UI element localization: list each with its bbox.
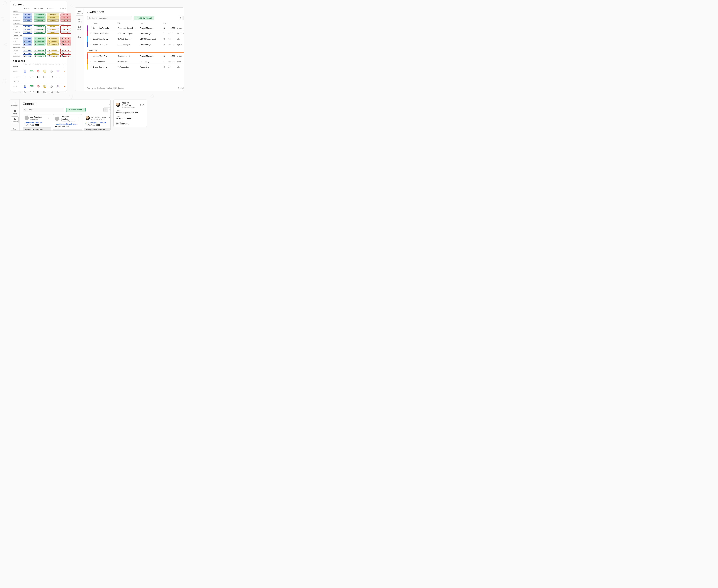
swimlane-row[interactable]: ⠿Jessica TeamflowerJr. UI/UX DesignerUI/… — [87, 31, 184, 36]
list-view-button[interactable] — [108, 108, 110, 112]
demo-button-danger[interactable]: DELETE — [60, 55, 71, 58]
demo-button-warning[interactable]: WARNING — [47, 43, 59, 45]
demo-button-warning[interactable]: WARNING — [47, 55, 59, 58]
demo-button-primary[interactable]: PRIMARY — [23, 43, 32, 45]
demo-button-primary[interactable]: PRIMARY — [23, 25, 32, 28]
demo-button-danger[interactable]: DELETE — [60, 43, 71, 45]
add-swimlane-button[interactable]: ADD SWIMLANE — [134, 16, 154, 20]
grid-view-button[interactable] — [178, 16, 183, 20]
demo-button-danger[interactable]: DELETE — [60, 49, 71, 52]
search-contacts[interactable] — [23, 108, 64, 112]
demo-button-primary[interactable]: PRIMARY — [23, 37, 32, 40]
plus-icon — [68, 109, 70, 111]
demo-button-warning[interactable]: WARNING — [47, 14, 59, 16]
rail-item-teams[interactable]: Teams — [11, 109, 19, 115]
demo-button-warning[interactable]: WARNING — [47, 19, 59, 22]
rail-item-orgs[interactable]: Orgs — [11, 124, 19, 131]
demo-button-secondary[interactable]: SECONDARY — [34, 55, 45, 58]
contact-card[interactable]: Samantha TeamflowPersonnel Specialist⋮sa… — [53, 114, 82, 131]
contact-email[interactable]: jessicaflow@teamflow.com — [86, 122, 110, 124]
swimlane-row[interactable]: ⠿Jared TeamflowerSr. Web DesignerUI/UX D… — [87, 36, 184, 42]
demo-button-danger[interactable]: DELETE — [60, 40, 71, 43]
demo-button-warning[interactable]: WARNING — [47, 52, 59, 55]
nodecol-queue: QUEUE — [55, 63, 61, 65]
demo-button-danger[interactable]: DELETE — [60, 16, 71, 19]
svg-point-3 — [79, 26, 79, 27]
search-swimlanes[interactable] — [87, 16, 132, 20]
rail-item-teams[interactable]: Teams — [76, 17, 83, 23]
demo-button-warning[interactable]: WARNING — [47, 37, 59, 40]
demo-button-primary[interactable]: PRIMARY — [23, 16, 32, 19]
rail-item-orgs[interactable]: Orgs — [76, 32, 83, 39]
color-bar — [87, 64, 88, 70]
card-menu-icon[interactable]: ⋮ — [48, 117, 49, 119]
demo-button-danger[interactable]: DELETE — [60, 28, 71, 31]
demo-button-secondary[interactable]: SECONDARY — [34, 16, 45, 19]
drag-handle[interactable]: ⠿ — [87, 38, 93, 40]
demo-button-danger[interactable]: DELETE — [60, 25, 71, 28]
demo-button-secondary[interactable]: SECONDARY — [34, 28, 45, 31]
demo-button-danger[interactable]: DELETE — [60, 14, 71, 16]
demo-button-secondary[interactable]: SECONDARY — [34, 40, 45, 43]
demo-button-danger[interactable]: DELETE — [60, 31, 71, 34]
demo-button-secondary[interactable]: SECONDARY — [34, 31, 45, 34]
drag-handle[interactable]: ⠿ — [87, 43, 93, 45]
demo-button-secondary[interactable]: SECONDARY — [34, 43, 45, 45]
demo-button-primary[interactable]: PRIMARY — [23, 49, 32, 52]
demo-button-warning[interactable]: WARNING — [47, 16, 59, 19]
search-input[interactable] — [27, 109, 63, 111]
list-view-button[interactable] — [183, 16, 184, 20]
color-bar — [87, 31, 88, 36]
drag-handle[interactable]: ⠿ — [87, 66, 93, 68]
drag-handle[interactable]: ⠿ — [87, 61, 93, 63]
rail-item-swimlanes[interactable]: Swimlanes — [76, 9, 83, 16]
button-label: DELETE — [64, 41, 69, 42]
demo-button-primary[interactable]: PRIMARY — [23, 40, 32, 43]
demo-button-danger[interactable]: DELETE — [60, 37, 71, 40]
search-input[interactable] — [92, 17, 130, 19]
contact-email[interactable]: samanthaflow@teamflow.com — [55, 123, 80, 125]
demo-button-secondary[interactable]: SECONDARY — [34, 25, 45, 28]
demo-button-primary[interactable]: PRIMARY — [23, 19, 32, 22]
card-menu-icon[interactable]: ⋮ — [78, 118, 80, 120]
contact-email[interactable]: joeflow@teamflow.com — [24, 122, 49, 123]
row-label: Accounting — [140, 66, 164, 68]
download-icon[interactable] — [109, 102, 110, 105]
add-contact-button[interactable]: ADD CONTACT — [66, 108, 86, 112]
grid-view-button[interactable] — [104, 108, 108, 112]
contact-card[interactable]: Jessica TeamflowJr. UI/UX Designer⋮jessi… — [84, 114, 110, 131]
demo-button-warning[interactable]: WARNING — [47, 40, 59, 43]
swimlane-row[interactable]: ⠿Joe TeamflowAccountantAccounting$50,000… — [87, 59, 184, 64]
swimlane-row[interactable]: ⠿Lauren TeamflowUI/UX DesignerUI/UX Desi… — [87, 42, 184, 47]
demo-button-primary[interactable]: PRIMARY — [23, 28, 32, 31]
demo-button-warning[interactable]: WARNING — [47, 31, 59, 34]
demo-button-warning[interactable]: WARNING — [47, 28, 59, 31]
demo-button-primary[interactable]: PRIMARY — [23, 52, 32, 55]
demo-button-primary[interactable]: PRIMARY — [23, 14, 32, 16]
demo-button-danger[interactable]: DELETE — [60, 52, 71, 55]
demo-button-warning[interactable]: WARNING — [47, 25, 59, 28]
drag-handle[interactable]: ⠿ — [87, 55, 93, 57]
demo-button-secondary[interactable]: SECONDARY — [34, 19, 45, 22]
rail-item-contacts[interactable]: Contacts — [11, 117, 19, 123]
demo-button-secondary[interactable]: SECONDARY — [34, 14, 45, 16]
demo-button-primary[interactable]: PRIMARY — [23, 31, 32, 34]
swimlane-row[interactable]: ⠿Samantha TeamflowPersonnel SpecialistPr… — [87, 25, 184, 31]
demo-button-warning[interactable]: WARNING — [47, 49, 59, 52]
contact-card[interactable]: Joe TeamflowAccountant⋮joeflow@teamflow.… — [23, 114, 52, 131]
edit-icon[interactable] — [142, 104, 144, 106]
demo-button-secondary[interactable]: SECONDARY — [34, 52, 45, 55]
checker-icon — [62, 50, 64, 51]
drag-handle[interactable]: ⠿ — [87, 27, 93, 29]
rail-item-contacts[interactable]: Contacts — [76, 24, 83, 31]
swimlane-row[interactable]: ⠿Angela TeamflowSr. AccountantProject Ma… — [87, 53, 184, 59]
demo-button-secondary[interactable]: SECONDARY — [34, 37, 45, 40]
drag-handle[interactable]: ⠿ — [87, 33, 93, 35]
demo-button-secondary[interactable]: SECONDARY — [34, 49, 45, 52]
demo-button-primary[interactable]: PRIMARY — [23, 55, 32, 58]
swimlane-row[interactable]: ⠿Daniel TeamflowJr. AccountantAccounting… — [87, 64, 184, 70]
card-menu-icon[interactable]: ⋮ — [108, 117, 110, 119]
demo-button-danger[interactable]: DELETE — [60, 19, 71, 22]
rail-item-swimlanes[interactable]: Swimlanes — [11, 101, 19, 107]
delete-icon[interactable] — [140, 104, 141, 106]
